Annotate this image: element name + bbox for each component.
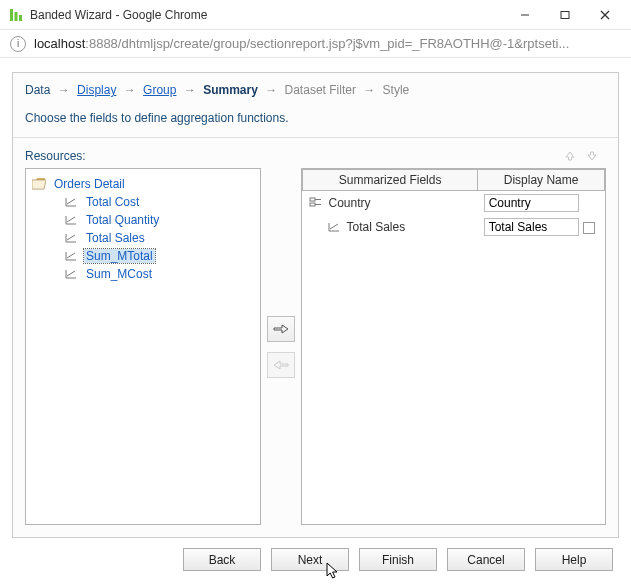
summarized-fields-panel: Summarized Fields Display Name CountryTo… [301,168,606,525]
svg-rect-12 [310,198,315,201]
group-icon [309,197,323,209]
col-header-summarized[interactable]: Summarized Fields [303,170,478,191]
instruction-text: Choose the fields to define aggregation … [13,105,618,138]
move-down-button[interactable] [584,148,600,164]
resources-tree[interactable]: Orders Detail Total CostTotal QuantityTo… [25,168,261,525]
svg-rect-0 [10,9,13,21]
summarized-field-cell: Total Sales [303,215,478,239]
tree-field[interactable]: Sum_MCost [30,265,256,283]
window-title: Banded Wizard - Google Chrome [30,8,505,22]
summarized-field-cell: Country [303,191,478,216]
field-icon [64,214,78,226]
breadcrumb-arrow-icon: → [184,83,196,97]
svg-line-7 [67,199,75,204]
tree-field-label: Sum_MCost [84,267,154,281]
table-row[interactable]: Country [303,191,605,216]
breadcrumb-step-style: Style [383,83,410,97]
cancel-button[interactable]: Cancel [447,548,525,571]
display-name-input[interactable] [484,194,579,212]
tree-field[interactable]: Total Quantity [30,211,256,229]
url-text: localhost:8888/dhtmljsp/create/group/sec… [34,36,569,51]
app-icon [8,7,24,23]
add-button[interactable] [267,316,295,342]
content-area: Data → Display → Group → Summary → Datas… [0,58,631,585]
display-name-cell [478,191,605,216]
field-icon [64,232,78,244]
field-icon [64,196,78,208]
breadcrumb-arrow-icon: → [265,83,277,97]
breadcrumb-step-data[interactable]: Data [25,83,50,97]
summarized-field-label: Total Sales [347,220,406,234]
wizard-button-bar: Back Next Finish Cancel Help [12,538,619,577]
tree-field-label: Total Sales [84,231,147,245]
col-header-display[interactable]: Display Name [478,170,605,191]
breadcrumb-step-datasetfilter: Dataset Filter [285,83,356,97]
svg-rect-1 [15,12,18,21]
close-button[interactable] [585,1,625,29]
breadcrumb-arrow-icon: → [363,83,375,97]
minimize-button[interactable] [505,1,545,29]
svg-line-9 [67,235,75,240]
breadcrumb-step-group[interactable]: Group [143,83,176,97]
svg-line-11 [67,271,75,276]
table-row[interactable]: Total Sales [303,215,605,239]
address-bar: i localhost:8888/dhtmljsp/create/group/s… [0,30,631,58]
field-icon [64,250,78,262]
svg-rect-2 [19,15,22,21]
display-name-input[interactable] [484,218,579,236]
breadcrumb-step-display[interactable]: Display [77,83,116,97]
remove-button[interactable] [267,352,295,378]
site-info-icon[interactable]: i [10,36,26,52]
wizard-panel: Data → Display → Group → Summary → Datas… [12,72,619,538]
tree-field-label: Total Quantity [84,213,161,227]
summarized-field-label: Country [329,196,371,210]
title-bar: Banded Wizard - Google Chrome [0,0,631,30]
svg-line-10 [67,253,75,258]
display-name-cell [478,215,605,239]
back-button[interactable]: Back [183,548,261,571]
reorder-controls [562,148,600,164]
finish-button[interactable]: Finish [359,548,437,571]
transfer-controls [267,168,295,525]
folder-open-icon [32,178,46,190]
tree-field[interactable]: Total Cost [30,193,256,211]
work-area: Resources: Orde [13,138,618,537]
breadcrumb-arrow-icon: → [124,83,136,97]
tree-root[interactable]: Orders Detail [30,175,256,193]
svg-rect-4 [561,11,569,18]
maximize-button[interactable] [545,1,585,29]
breadcrumb-step-summary: Summary [203,83,258,97]
field-icon [64,268,78,280]
move-up-button[interactable] [562,148,578,164]
tree-root-label: Orders Detail [52,177,127,191]
tree-field-label: Total Cost [84,195,141,209]
svg-rect-13 [310,203,315,206]
field-icon [327,221,341,233]
url-path: :8888/dhtmljsp/create/group/sectionrepor… [85,36,569,51]
svg-line-8 [67,217,75,222]
help-button[interactable]: Help [535,548,613,571]
next-button[interactable]: Next [271,548,349,571]
svg-line-16 [330,224,338,229]
tree-field[interactable]: Sum_MTotal [30,247,256,265]
display-checkbox[interactable] [583,222,595,234]
resources-label: Resources: [25,149,562,163]
tree-field-label: Sum_MTotal [84,249,155,263]
tree-field[interactable]: Total Sales [30,229,256,247]
breadcrumb-arrow-icon: → [58,83,70,97]
breadcrumb: Data → Display → Group → Summary → Datas… [13,73,618,105]
url-host: localhost [34,36,85,51]
